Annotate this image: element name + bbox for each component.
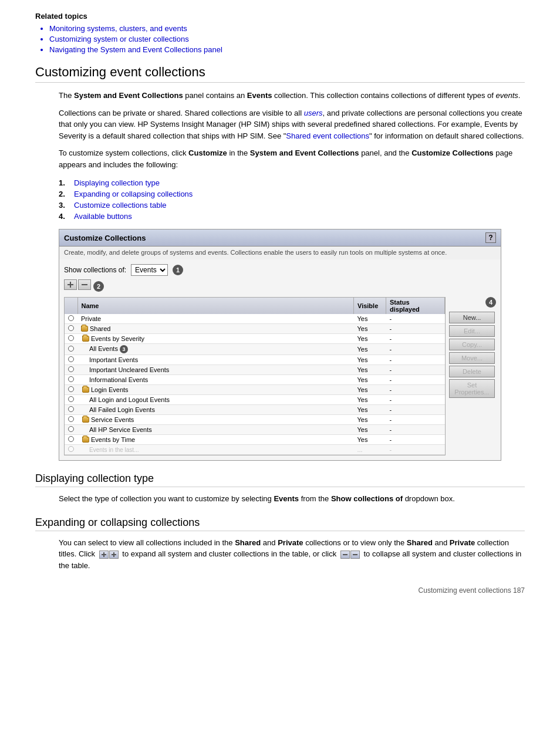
expanding-section: Expanding or collapsing collections You …: [35, 517, 525, 572]
collection-visible: Yes: [354, 435, 386, 445]
radio-cell[interactable]: [65, 435, 77, 445]
collection-name: Service Events: [77, 415, 354, 425]
radio-button[interactable]: [68, 406, 74, 412]
related-topic-link-3[interactable]: Navigating the System and Event Collecti…: [49, 45, 222, 54]
expanding-section-title: Expanding or collapsing collections: [35, 517, 525, 531]
collection-visible: Yes: [354, 375, 386, 385]
radio-cell[interactable]: [65, 405, 77, 415]
dialog-subtitle: Create, modify, and delete groups of sys…: [59, 247, 501, 259]
collection-name: Login Events: [77, 385, 354, 395]
radio-button[interactable]: [68, 346, 74, 352]
bold-shared-2: Shared: [407, 538, 433, 547]
radio-button[interactable]: [68, 335, 74, 341]
table-row: Service Events Yes -: [65, 415, 445, 425]
table-header-row: Name Visible Status displayed: [65, 298, 445, 314]
collection-name: Important Uncleared Events: [77, 365, 354, 375]
list-num-2: 2.: [59, 190, 69, 198]
collection-name: Informational Events: [77, 375, 354, 385]
related-topic-item[interactable]: Monitoring systems, clusters, and events: [49, 24, 525, 33]
table-row: Private Yes -: [65, 314, 445, 324]
shared-event-link[interactable]: Shared event collections: [286, 131, 369, 140]
collections-table-body: Private Yes - Shared Yes -: [65, 314, 445, 455]
related-topic-link-1[interactable]: Monitoring systems, clusters, and events: [49, 24, 187, 33]
folder-icon: [82, 387, 89, 393]
displaying-section-title: Displaying collection type: [35, 472, 525, 487]
related-topic-link-2[interactable]: Customizing system or cluster collection…: [49, 35, 189, 43]
bold-events: Events: [247, 91, 272, 100]
radio-cell[interactable]: [65, 415, 77, 425]
table-row: Events by Time Yes -: [65, 435, 445, 445]
radio-button[interactable]: [68, 366, 74, 372]
expand-all-button[interactable]: [64, 279, 77, 290]
callout-4: 4: [485, 297, 496, 308]
para-1: The System and Event Collections panel c…: [59, 90, 525, 102]
radio-cell[interactable]: [65, 355, 77, 365]
collection-name: All HP Service Events: [77, 425, 354, 435]
collection-status: -: [386, 344, 445, 355]
copy-button[interactable]: Copy...: [449, 339, 495, 350]
collection-status: -: [386, 375, 445, 385]
list-link-1[interactable]: Displaying collection type: [74, 178, 160, 187]
radio-cell[interactable]: [65, 395, 77, 405]
list-link-3[interactable]: Customize collections table: [74, 201, 167, 210]
bold-panel: System and Event Collections: [250, 148, 359, 157]
folder-icon: [81, 326, 88, 332]
collection-status-truncated: -: [386, 445, 445, 455]
expand-icon-inline: [99, 551, 119, 559]
collection-status: -: [386, 355, 445, 365]
collection-status: -: [386, 435, 445, 445]
users-link[interactable]: users: [304, 109, 323, 117]
collection-status: -: [386, 334, 445, 344]
footer-text: Customizing event collections 187: [419, 586, 525, 595]
radio-button[interactable]: [68, 325, 74, 331]
radio-button[interactable]: [68, 436, 74, 442]
radio-cell[interactable]: [65, 324, 77, 334]
radio-cell[interactable]: [65, 375, 77, 385]
set-properties-button[interactable]: Set Properties...: [449, 379, 495, 398]
displaying-para: Select the type of collection you want t…: [59, 493, 525, 505]
bold-private-2: Private: [450, 538, 475, 547]
move-button[interactable]: Move...: [449, 352, 495, 364]
collapse-all-button[interactable]: [78, 279, 91, 290]
collection-name: All Events 3: [77, 344, 354, 355]
collapse-icon-inline: [340, 551, 360, 559]
radio-button[interactable]: [68, 386, 74, 392]
radio-cell[interactable]: [65, 334, 77, 344]
radio-button[interactable]: [68, 356, 74, 362]
radio-button[interactable]: [68, 396, 74, 402]
collection-status: -: [386, 324, 445, 334]
show-collections-dropdown[interactable]: Events: [131, 264, 168, 276]
folder-icon: [82, 437, 89, 443]
radio-cell[interactable]: [65, 314, 77, 324]
radio-button: [68, 446, 74, 452]
radio-cell[interactable]: [65, 425, 77, 435]
bold-system-event: System and Event Collections: [74, 91, 183, 100]
collection-visible-truncated: ...: [354, 445, 386, 455]
radio-button[interactable]: [68, 315, 74, 321]
edit-button[interactable]: Edit...: [449, 325, 495, 337]
radio-cell[interactable]: [65, 344, 77, 355]
new-button[interactable]: New...: [449, 312, 495, 323]
bold-customize-collections: Customize Collections: [411, 148, 493, 157]
expanding-section-body: You can select to view all collections i…: [59, 537, 525, 572]
radio-button[interactable]: [68, 426, 74, 432]
customize-collections-dialog: Customize Collections ? Create, modify, …: [59, 229, 501, 461]
radio-cell[interactable]: [65, 385, 77, 395]
collection-status: -: [386, 415, 445, 425]
dialog-help-button[interactable]: ?: [485, 232, 496, 243]
radio-button[interactable]: [68, 416, 74, 422]
para-3: To customize system collections, click C…: [59, 147, 525, 170]
related-topic-item[interactable]: Customizing system or cluster collection…: [49, 35, 525, 43]
related-topic-item[interactable]: Navigating the System and Event Collecti…: [49, 45, 525, 54]
delete-button[interactable]: Delete: [449, 366, 495, 377]
radio-cell[interactable]: [65, 365, 77, 375]
radio-button[interactable]: [68, 376, 74, 382]
collection-name: Events by Time: [77, 435, 354, 445]
displaying-section: Displaying collection type Select the ty…: [35, 472, 525, 505]
collection-name-truncated: Events in the last...: [77, 445, 354, 455]
collection-status: -: [386, 395, 445, 405]
svg-rect-2: [82, 284, 87, 285]
table-row: Shared Yes -: [65, 324, 445, 334]
list-link-2[interactable]: Expanding or collapsing collections: [74, 190, 193, 198]
table-row: Login Events Yes -: [65, 385, 445, 395]
